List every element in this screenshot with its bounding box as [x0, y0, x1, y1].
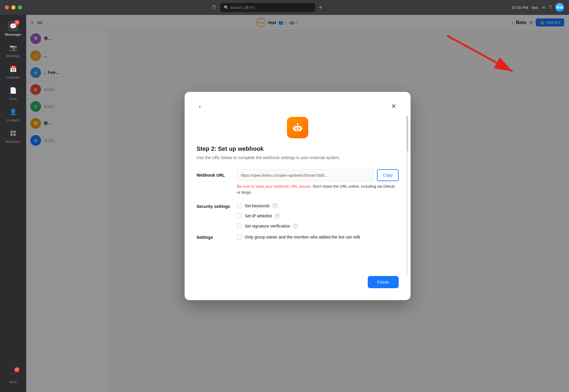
- sidebar-item-label: Workplace: [5, 140, 21, 143]
- ip-whitelist-label: Set IP whitelist: [245, 214, 272, 218]
- svg-rect-0: [10, 131, 13, 133]
- webhook-setup-modal: ‹ ✕ Step 2: Set up webhook Use the URL b…: [185, 92, 411, 300]
- security-options: Set keywords ? Set IP whitelist ? Set si…: [237, 203, 298, 228]
- signature-checkbox[interactable]: [237, 224, 242, 228]
- svg-rect-1: [13, 131, 16, 133]
- search-placeholder: Search (⌘+K): [230, 5, 255, 10]
- warning-highlight: Be sure to keep your webhook URL secure.: [237, 184, 312, 189]
- sidebar-item-meetings[interactable]: 📷 Meetings: [0, 40, 26, 60]
- sidebar: 💬 26 Messenger 📷 Meetings 📅 Calendar 📄 D…: [0, 15, 26, 392]
- svg-rect-3: [13, 134, 16, 136]
- titlebar-center: ⏱ 🔍 Search (⌘+K) +: [22, 3, 512, 12]
- svg-rect-4: [294, 126, 301, 131]
- close-tab-button[interactable]: ✕: [542, 5, 546, 10]
- bot-icon: [287, 117, 308, 138]
- search-bar[interactable]: 🔍 Search (⌘+K): [220, 3, 315, 12]
- modal-back-button[interactable]: ‹: [197, 102, 203, 111]
- owner-edit-checkbox[interactable]: [237, 235, 242, 239]
- close-window-button[interactable]: [5, 5, 9, 10]
- owner-edit-row: Only group owner and the member who adde…: [237, 234, 360, 240]
- sidebar-item-contacts[interactable]: 👤 Contacts: [0, 104, 26, 124]
- svg-rect-7: [296, 130, 299, 130]
- signature-label: Set signature verification: [245, 224, 290, 228]
- window-controls: [5, 5, 22, 10]
- signature-help-icon[interactable]: ?: [293, 224, 298, 228]
- svg-point-9: [297, 123, 298, 125]
- messenger-badge: 26: [14, 20, 20, 25]
- svg-rect-2: [10, 134, 13, 136]
- meetings-icon: 📷: [8, 42, 18, 53]
- ip-whitelist-row: Set IP whitelist ?: [237, 214, 298, 218]
- security-settings-section: Security settings Set keywords ? Set IP …: [197, 203, 399, 228]
- scrollbar-thumb: [406, 116, 408, 151]
- modal-navigation: ‹ ✕: [197, 101, 399, 111]
- sidebar-item-label: Contacts: [7, 118, 19, 122]
- sidebar-item-more[interactable]: ··· 27 More: [0, 366, 26, 386]
- modal-close-button[interactable]: ✕: [389, 101, 399, 111]
- search-icon: 🔍: [224, 5, 229, 10]
- sidebar-item-label: Docs: [9, 97, 17, 101]
- keywords-help-icon[interactable]: ?: [273, 203, 277, 208]
- svg-point-6: [298, 127, 300, 129]
- titlebar: ⏱ 🔍 Search (⌘+K) + 10:30 PM bee ✕ ? 柯南: [0, 0, 569, 15]
- user-avatar[interactable]: 柯南: [555, 3, 564, 12]
- titlebar-right: 10:30 PM bee ✕ ? 柯南: [512, 3, 564, 12]
- keywords-label: Set keywords: [245, 203, 270, 208]
- warning-text: Be sure to keep your webhook URL secure.…: [237, 184, 399, 195]
- more-icon: ··· 27: [8, 368, 18, 379]
- settings-section: Settings Only group owner and the member…: [197, 234, 399, 240]
- more-badge: 27: [14, 367, 20, 372]
- signature-row: Set signature verification ?: [237, 224, 298, 228]
- add-tab-button[interactable]: +: [319, 4, 323, 11]
- security-label: Security settings: [197, 203, 232, 228]
- sidebar-item-docs[interactable]: 📄 Docs: [0, 83, 26, 103]
- minimize-window-button[interactable]: [11, 5, 15, 10]
- copy-label: Copy: [383, 173, 393, 178]
- title-username: bee: [532, 5, 538, 10]
- sidebar-item-label: Meetings: [7, 54, 20, 58]
- sidebar-item-workplace[interactable]: Workplace: [0, 126, 26, 146]
- history-button[interactable]: ⏱: [211, 4, 217, 11]
- copy-button[interactable]: Copy: [377, 169, 399, 181]
- svg-point-5: [295, 127, 297, 129]
- keywords-row: Set keywords ?: [237, 203, 298, 208]
- close-icon: ✕: [391, 103, 396, 109]
- settings-label: Settings: [197, 234, 232, 240]
- webhook-url-input[interactable]: [237, 169, 374, 181]
- docs-icon: 📄: [8, 85, 18, 96]
- finish-label: Finish: [377, 280, 389, 285]
- svg-rect-11: [301, 127, 302, 130]
- messenger-icon: 💬 26: [8, 21, 18, 32]
- webhook-input-wrap: Copy: [237, 169, 399, 181]
- calendar-icon: 📅: [8, 64, 18, 74]
- sidebar-item-label: More: [9, 380, 17, 384]
- contacts-icon: 👤: [8, 106, 18, 117]
- ip-whitelist-checkbox[interactable]: [237, 214, 242, 218]
- finish-button[interactable]: Finish: [368, 276, 399, 288]
- step-title: Step 2: Set up webhook: [197, 145, 399, 152]
- help-button[interactable]: ?: [549, 5, 552, 10]
- svg-rect-10: [293, 127, 294, 130]
- webhook-label: Webhook URL: [197, 173, 232, 178]
- ip-whitelist-help-icon[interactable]: ?: [275, 214, 280, 218]
- sidebar-item-label: Messenger: [5, 33, 21, 36]
- modal-scrollbar[interactable]: [406, 116, 408, 276]
- sidebar-item-calendar[interactable]: 📅 Calendar: [0, 61, 26, 81]
- back-chevron-icon: ‹: [199, 103, 201, 109]
- maximize-window-button[interactable]: [18, 5, 22, 10]
- keywords-checkbox[interactable]: [237, 203, 242, 208]
- workplace-icon: [8, 128, 18, 139]
- owner-edit-label: Only group owner and the member who adde…: [245, 235, 360, 239]
- title-time: 10:30 PM: [512, 5, 528, 10]
- webhook-url-row: Webhook URL Copy: [197, 169, 399, 181]
- step-description: Use the URL below to complete the webhoo…: [197, 155, 399, 161]
- sidebar-item-label: Calendar: [7, 76, 20, 79]
- sidebar-item-messenger[interactable]: 💬 26 Messenger: [0, 18, 26, 39]
